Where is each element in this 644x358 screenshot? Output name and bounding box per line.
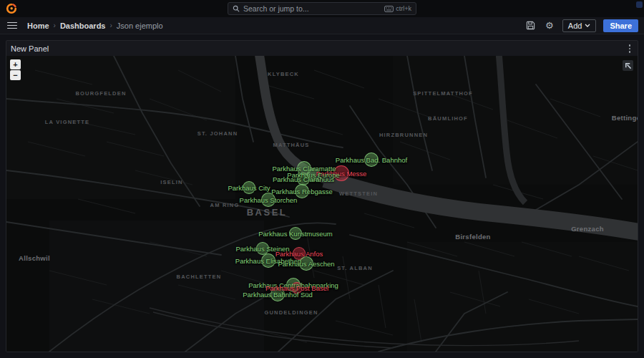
top-search-bar: Search or jump to... ctrl+k <box>0 0 644 17</box>
map-place-label: HIRZBRUNNEN <box>379 132 428 138</box>
add-button[interactable]: Add <box>562 19 597 32</box>
dashboard-nav-bar: Home › Dashboards › Json ejemplo ⚙ Add <box>0 17 644 34</box>
zoom-in-button[interactable]: + <box>10 59 21 69</box>
map-place-label: ISELIN <box>160 179 182 185</box>
attribution-collapse-button[interactable] <box>623 60 633 71</box>
nav-actions: ⚙ Add Share <box>525 19 638 32</box>
map-canvas[interactable]: KLYBECKBOURGFELDENSPITTELMATTHOFBÄUMLIHO… <box>6 56 638 352</box>
search-icon <box>233 5 240 12</box>
search-placeholder: Search or jump to... <box>243 4 381 13</box>
map-marker-label: Parkhaus Bad. Bahnhof <box>336 156 407 164</box>
breadcrumb-current-dashboard: Json ejemplo <box>117 21 163 30</box>
map-marker-label: Parkhaus Clarahuus <box>273 175 334 183</box>
panel-title[interactable]: New Panel <box>11 44 49 53</box>
map-marker-label: Parkhaus Bahnhof Süd <box>243 291 313 299</box>
zoom-out-button[interactable]: − <box>10 70 21 80</box>
chevron-right-icon: › <box>54 21 56 29</box>
grafana-app: Search or jump to... ctrl+k Home › Dashb… <box>0 0 644 358</box>
grafana-logo-icon[interactable] <box>6 3 17 14</box>
chevron-right-icon: › <box>109 21 112 29</box>
map-place-label: Allschwil <box>19 254 50 262</box>
map-place-label: GUNDELDINGEN <box>264 309 318 316</box>
map-place-label: SPITTELMATTHOF <box>413 90 473 97</box>
map-zoom-controls: + − <box>10 59 21 80</box>
map-place-label: BACHLETTEN <box>177 274 222 280</box>
map-place-label: ST. ALBAN <box>337 265 373 271</box>
chevron-down-icon <box>585 24 590 27</box>
map-marker-label: Parkhaus Aeschen <box>278 260 334 268</box>
panel-header: New Panel <box>6 41 638 56</box>
panel-menu-kebab-icon[interactable] <box>625 44 634 54</box>
map-marker-label: Parkhaus Storchen <box>240 196 298 204</box>
keyboard-icon <box>384 6 394 12</box>
menu-hamburger-icon[interactable] <box>7 22 17 29</box>
search-input[interactable]: Search or jump to... ctrl+k <box>228 2 416 15</box>
map-place-label: KLYBECK <box>268 71 299 77</box>
geomap-panel: New Panel <box>6 40 638 352</box>
map-marker-label: Parkhaus Kunstmuseum <box>258 230 333 238</box>
save-dashboard-button[interactable] <box>525 20 537 32</box>
map-place-label: LA VIGNETTE <box>45 119 90 125</box>
share-button[interactable]: Share <box>603 19 638 32</box>
map-marker-label: Parkhaus Rebgasse <box>271 188 333 195</box>
breadcrumb-home[interactable]: Home <box>27 21 49 30</box>
map-place-label: WETTSTEIN <box>339 190 378 197</box>
add-button-label: Add <box>568 21 582 30</box>
map-place-label: Grenzach <box>571 225 604 233</box>
map-place-label: Bettingen <box>612 114 638 122</box>
map-place-label: BOURGFELDEN <box>75 90 126 97</box>
breadcrumb-dashboards[interactable]: Dashboards <box>60 21 106 30</box>
map-place-label: AM RING <box>210 202 240 208</box>
keyboard-shortcut-badge: ctrl+k <box>384 5 411 12</box>
map-place-label: BÄUMLIHOF <box>428 115 468 122</box>
shortcut-label: ctrl+k <box>396 5 411 12</box>
map-place-label: MATTHÄUS <box>273 142 309 148</box>
dashboard-settings-button[interactable]: ⚙ <box>544 20 555 32</box>
map-markers-layer: KLYBECKBOURGFELDENSPITTELMATTHOFBÄUMLIHO… <box>6 56 638 352</box>
breadcrumb: Home › Dashboards › Json ejemplo <box>27 21 163 30</box>
map-marker-label: Parkhaus City <box>228 184 270 192</box>
corner-arrow-icon <box>624 62 632 69</box>
map-place-label: ST. JOHANN <box>197 130 238 137</box>
topbar-corner-badge[interactable] <box>636 1 643 8</box>
map-place-label: Birsfelden <box>455 233 490 241</box>
gear-icon: ⚙ <box>545 21 554 30</box>
map-place-label: BASEL <box>247 207 288 218</box>
save-icon <box>526 21 535 30</box>
